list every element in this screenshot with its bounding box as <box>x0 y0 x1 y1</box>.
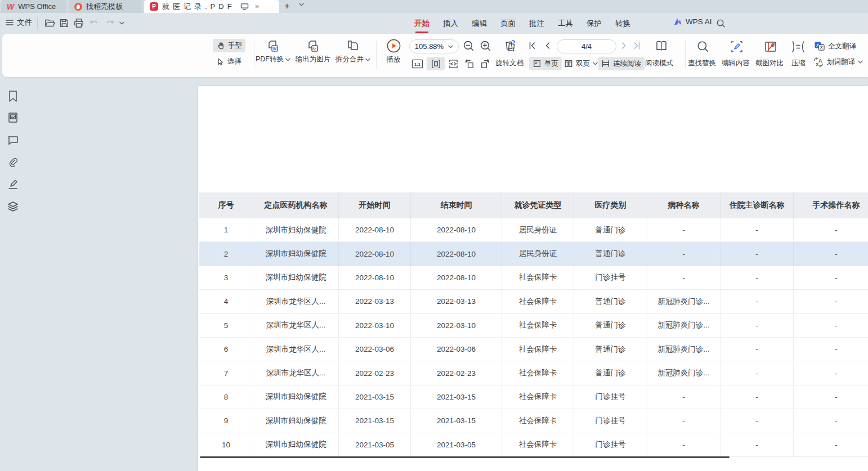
divider <box>685 41 686 69</box>
zoom-in-icon[interactable] <box>480 40 491 52</box>
layers-panel-icon[interactable] <box>7 201 19 212</box>
table-header-cell: 开始时间 <box>339 192 411 218</box>
table-cell: - <box>794 361 868 385</box>
menu-tab[interactable]: 保护 <box>587 17 602 30</box>
save-icon[interactable] <box>59 18 69 28</box>
pdf-convert-icon: W <box>266 39 280 53</box>
attachment-panel-icon[interactable] <box>7 157 19 168</box>
menu-tab[interactable]: 页面 <box>500 17 516 30</box>
chevron-down-icon <box>593 62 598 65</box>
play-button[interactable]: 播放 <box>383 38 404 65</box>
screenshot-compare-button[interactable]: 截图对比 <box>755 59 784 68</box>
table-cell: - <box>794 266 868 290</box>
find-replace-icon[interactable] <box>696 40 710 53</box>
rotate-right-button[interactable] <box>480 59 491 69</box>
tab-bar: W WPS Office 找稻壳模板 P 就医记录.PDF × + <box>0 0 868 13</box>
close-tab-icon[interactable]: × <box>255 2 259 11</box>
signature-panel-icon[interactable] <box>7 179 19 190</box>
table-cell: - <box>721 361 794 385</box>
table-cell: - <box>721 433 794 457</box>
hand-tool-label: 手型 <box>228 41 242 51</box>
tab-list-chevron-icon[interactable] <box>299 3 304 6</box>
menu-tab[interactable]: 开始 <box>414 17 429 30</box>
tab-wps-office[interactable]: W WPS Office <box>1 0 66 13</box>
tab-label: 找稻壳模板 <box>86 2 123 12</box>
table-scrollbar-line <box>200 456 730 458</box>
hand-tool-button[interactable]: 手型 <box>213 39 245 52</box>
fit-page-button[interactable] <box>448 59 459 69</box>
wps-ai-button[interactable]: WPS AI <box>673 17 712 26</box>
print-icon[interactable] <box>74 18 84 28</box>
menu-tab[interactable]: 编辑 <box>472 17 487 30</box>
table-cell: 普通门诊 <box>574 242 647 266</box>
word-translation-label: 划词翻译 <box>827 57 855 67</box>
read-mode-book-icon[interactable] <box>654 39 669 53</box>
table-cell: 深圳市妇幼保健院 <box>253 266 339 290</box>
zoom-out-icon[interactable] <box>463 40 475 52</box>
table-cell: 新冠肺炎门诊... <box>647 290 721 313</box>
menu-search-icon[interactable] <box>716 19 726 28</box>
screenshot-compare-icon[interactable] <box>763 39 778 54</box>
next-page-icon[interactable] <box>620 41 628 50</box>
zoom-level-select[interactable]: 105.88% <box>409 39 459 53</box>
pdf-convert-button[interactable]: W PDF转换 <box>254 39 292 64</box>
export-image-button[interactable]: 输出为图片 <box>293 39 333 64</box>
single-page-label: 单页 <box>544 59 558 69</box>
table-cell: - <box>647 409 721 433</box>
previous-page-icon[interactable] <box>544 41 551 50</box>
actual-size-button[interactable]: 1:1 <box>411 59 423 69</box>
rotate-document-button[interactable]: 旋转文档 <box>495 59 524 68</box>
rotate-left-button[interactable] <box>464 59 475 69</box>
menu-tab[interactable]: 转换 <box>615 17 630 30</box>
table-cell: 2 <box>199 242 253 266</box>
redo-icon[interactable] <box>105 18 115 27</box>
compress-icon[interactable] <box>790 40 806 53</box>
select-tool-button[interactable]: 选择 <box>213 55 245 68</box>
edit-content-button[interactable]: 编辑内容 <box>722 59 750 68</box>
open-file-icon[interactable] <box>44 18 56 28</box>
edit-content-icon[interactable] <box>730 39 744 54</box>
table-cell: - <box>721 385 794 409</box>
menu-tab[interactable]: 工具 <box>558 17 573 30</box>
new-tab-button[interactable]: + <box>284 1 290 12</box>
fit-width-button[interactable] <box>427 57 445 70</box>
first-page-icon[interactable] <box>528 41 536 50</box>
thumbnail-panel-icon[interactable] <box>7 112 19 123</box>
find-replace-button[interactable]: 查找替换 <box>688 59 716 68</box>
split-merge-button[interactable]: 拆分合并 <box>333 39 373 64</box>
continuous-read-button[interactable]: 连续阅读 <box>598 57 645 70</box>
menu-tab[interactable]: 插入 <box>443 17 458 30</box>
chevron-down-icon <box>448 45 453 48</box>
table-cell: 深圳市龙华区人... <box>253 314 339 338</box>
comment-panel-icon[interactable] <box>7 135 19 145</box>
tab-document-pdf[interactable]: P 就医记录.PDF × <box>144 0 279 13</box>
fit-page-icon <box>448 59 459 69</box>
present-screen-icon[interactable] <box>240 3 249 10</box>
undo-icon[interactable] <box>89 18 99 27</box>
page-number-input[interactable]: 4/4 <box>557 39 616 53</box>
full-translation-icon: A <box>814 41 825 51</box>
pdf-page[interactable]: 序号定点医药机构名称开始时间结束时间就诊凭证类型医疗类别病种名称住院主诊断名称手… <box>198 86 868 471</box>
table-cell: 3 <box>199 266 253 290</box>
bookmark-panel-icon[interactable] <box>7 90 19 102</box>
file-menu-button[interactable]: 文件 <box>6 17 32 28</box>
read-mode-button[interactable]: 阅读模式 <box>645 59 673 68</box>
word-translation-button[interactable]: xA 划词翻译 <box>813 55 863 69</box>
tab-docer-templates[interactable]: 找稻壳模板 <box>69 0 142 13</box>
menu-tab[interactable]: 批注 <box>529 17 544 30</box>
table-cell: 普通门诊 <box>574 290 647 313</box>
table-cell: 9 <box>199 409 253 433</box>
full-translation-button[interactable]: A 全文翻译 <box>814 39 856 53</box>
last-page-icon[interactable] <box>633 41 641 50</box>
single-page-button[interactable]: 单页 <box>529 57 562 70</box>
compress-button[interactable]: 压缩 <box>791 59 806 68</box>
play-label: 播放 <box>387 55 401 65</box>
undo-redo-chevron-icon[interactable] <box>119 21 124 25</box>
table-cell: 门诊挂号 <box>574 266 647 290</box>
table-cell: 2022-03-06 <box>411 338 502 361</box>
page-organize-icon[interactable] <box>502 38 518 54</box>
double-page-button[interactable]: 双页 <box>561 57 601 70</box>
menu-bar: 文件 开始插入编辑页面批注工具保护转换 WPS AI <box>0 13 868 34</box>
table-cell: 居民身份证 <box>502 242 574 266</box>
table-cell: - <box>794 385 868 409</box>
